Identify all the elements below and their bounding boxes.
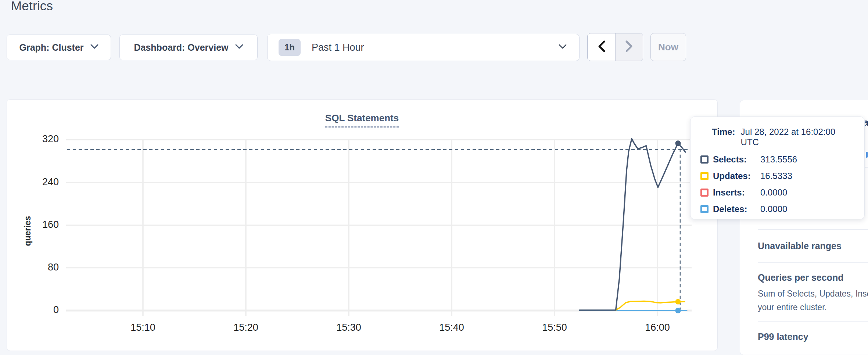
- tooltip-series-row: Updates:16.5333: [700, 171, 856, 181]
- x-tick-label: 16:00: [635, 322, 679, 333]
- tooltip-series-row: Inserts:0.0000: [700, 187, 856, 198]
- y-tick-label: 160: [35, 219, 59, 230]
- sidebar-heading-queries-per-second: Queries per second: [758, 272, 868, 283]
- sql-statements-chart[interactable]: [62, 132, 692, 338]
- prev-time-button[interactable]: [588, 33, 615, 61]
- sidebar-description-line: your entire cluster.: [758, 302, 868, 313]
- series-line-selects: [579, 139, 686, 310]
- tooltip-series-label: Inserts:: [713, 187, 755, 198]
- page-title: Metrics: [11, 0, 53, 13]
- sidebar-heading-unavailable-ranges: Unavailable ranges: [758, 240, 868, 251]
- next-time-button[interactable]: [615, 33, 643, 61]
- x-tick-label: 15:40: [430, 322, 474, 333]
- chevron-down-icon: [559, 44, 567, 51]
- y-tick-label: 240: [35, 176, 59, 188]
- y-tick-label: 320: [35, 133, 59, 145]
- x-tick-label: 15:20: [224, 322, 268, 333]
- y-tick-label: 80: [35, 262, 59, 273]
- tooltip-time-label: Time:: [712, 127, 735, 147]
- tooltip-series-label: Updates:: [713, 171, 755, 181]
- dashboard-dropdown-label: Dashboard: Overview: [134, 42, 228, 53]
- tooltip-series-row: Selects:313.5556: [700, 154, 856, 165]
- tooltip-series-value: 0.0000: [760, 187, 787, 198]
- sidebar-divider: [758, 262, 868, 263]
- sidebar-description-line: Sum of Selects, Updates, Inser: [758, 288, 868, 299]
- graph-dropdown-label: Graph: Cluster: [19, 42, 83, 53]
- legend-square-icon: [700, 189, 709, 197]
- sidebar-divider: [758, 321, 868, 322]
- y-axis-label: queries: [23, 211, 33, 251]
- chevron-right-icon: [624, 40, 634, 54]
- x-tick-label: 15:30: [327, 322, 371, 333]
- time-range-badge: 1h: [279, 39, 301, 56]
- tooltip-series-label: Deletes:: [713, 204, 755, 214]
- chevron-down-icon: [90, 44, 98, 51]
- chevron-down-icon: [235, 44, 243, 51]
- tooltip-rows: Selects:313.5556Updates:16.5333Inserts:0…: [700, 154, 856, 214]
- graph-dropdown[interactable]: Graph: Cluster: [7, 35, 111, 60]
- legend-square-icon: [700, 155, 709, 164]
- x-tick-label: 15:10: [121, 322, 165, 333]
- time-range-label: Past 1 Hour: [312, 42, 364, 53]
- hover-dot-updates: [675, 299, 681, 305]
- tooltip-series-value: 313.5556: [760, 154, 797, 165]
- series-line-updates: [615, 301, 685, 311]
- dashboard-dropdown[interactable]: Dashboard: Overview: [119, 35, 258, 60]
- sidebar-divider: [758, 229, 868, 230]
- tooltip-series-value: 16.5333: [760, 171, 792, 181]
- tooltip-series-value: 0.0000: [760, 204, 787, 214]
- chart-title[interactable]: SQL Statements: [325, 112, 399, 128]
- legend-square-icon: [700, 172, 709, 180]
- sidebar-heading-p99-latency: P99 latency: [758, 331, 868, 342]
- legend-square-icon: [700, 205, 709, 213]
- now-button[interactable]: Now: [650, 33, 686, 61]
- time-range-selector[interactable]: 1h Past 1 Hour: [267, 34, 580, 61]
- metrics-page: Metrics Graph: Cluster Dashboard: Overvi…: [0, 0, 868, 355]
- sidebar-clipped-link-fragment: [866, 152, 868, 158]
- y-tick-label: 0: [35, 304, 59, 316]
- tooltip-time-row: Time: Jul 28, 2022 at 16:02:00 UTC: [712, 127, 856, 147]
- x-tick-label: 15:50: [532, 322, 577, 333]
- hover-dot-selects: [675, 140, 681, 146]
- tooltip-series-label: Selects:: [713, 154, 755, 165]
- tooltip-series-row: Deletes:0.0000: [700, 204, 856, 214]
- hover-dot-deletes: [675, 308, 681, 313]
- chevron-left-icon: [597, 40, 606, 54]
- tooltip-time-value: Jul 28, 2022 at 16:02:00 UTC: [741, 127, 856, 147]
- time-nav-arrows: [587, 33, 643, 61]
- chart-hover-tooltip: Time: Jul 28, 2022 at 16:02:00 UTC Selec…: [690, 116, 865, 219]
